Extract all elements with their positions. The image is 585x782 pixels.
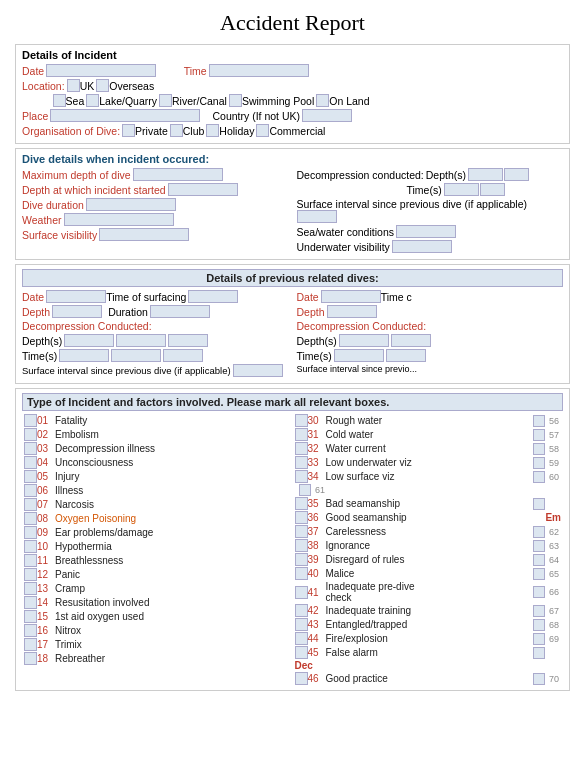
dive-duration-input[interactable]: [86, 198, 176, 211]
factor-checkbox[interactable]: [295, 539, 308, 552]
factor-checkbox[interactable]: [24, 624, 37, 637]
surface-interval-input[interactable]: [297, 210, 337, 223]
prev2-depth-label: Depth: [297, 306, 325, 318]
prev2-times-s2-input[interactable]: [386, 349, 426, 362]
land-checkbox[interactable]: [316, 94, 329, 107]
factor-checkbox-right[interactable]: [533, 526, 545, 538]
prev-depths-s3-input[interactable]: [168, 334, 208, 347]
river-checkbox[interactable]: [159, 94, 172, 107]
factor-checkbox[interactable]: [295, 604, 308, 617]
weather-input[interactable]: [64, 213, 174, 226]
factor-checkbox[interactable]: [295, 586, 308, 599]
factor-checkbox[interactable]: [295, 428, 308, 441]
overseas-checkbox[interactable]: [96, 79, 109, 92]
pool-checkbox[interactable]: [229, 94, 242, 107]
prev2-times-s-input[interactable]: [334, 349, 384, 362]
factor-checkbox-right[interactable]: [533, 415, 545, 427]
factor-checkbox[interactable]: [295, 553, 308, 566]
factor-checkbox[interactable]: [24, 638, 37, 651]
factor-checkbox[interactable]: [295, 632, 308, 645]
prev2-depths-s-input[interactable]: [339, 334, 389, 347]
time-input[interactable]: [209, 64, 309, 77]
factor-number: 32: [308, 443, 326, 454]
factor-checkbox[interactable]: [24, 470, 37, 483]
details-incident-title: Details of Incident: [22, 49, 563, 61]
factor-checkbox[interactable]: [24, 512, 37, 525]
factor-checkbox-right[interactable]: [533, 457, 545, 469]
factor-checkbox-right[interactable]: [533, 443, 545, 455]
depth-incident-input[interactable]: [168, 183, 238, 196]
factor-checkbox[interactable]: [24, 428, 37, 441]
factor-checkbox[interactable]: [24, 652, 37, 665]
prev-surface-interval-input[interactable]: [233, 364, 283, 377]
place-input[interactable]: [50, 109, 200, 122]
factor-checkbox[interactable]: [295, 618, 308, 631]
factor-checkbox[interactable]: [24, 568, 37, 581]
date-input[interactable]: [46, 64, 156, 77]
factor-checkbox[interactable]: [24, 414, 37, 427]
factor-checkbox[interactable]: [24, 456, 37, 469]
factor-checkbox[interactable]: [295, 442, 308, 455]
country-input[interactable]: [302, 109, 352, 122]
factor-checkbox-right[interactable]: [533, 498, 545, 510]
decomp-depths2-input[interactable]: [504, 168, 529, 181]
factor-checkbox-right[interactable]: [533, 554, 545, 566]
factor-checkbox-right[interactable]: [533, 540, 545, 552]
factor-checkbox[interactable]: [295, 456, 308, 469]
commercial-checkbox[interactable]: [256, 124, 269, 137]
factor-checkbox-right[interactable]: [533, 471, 545, 483]
factor-checkbox-right[interactable]: [299, 484, 311, 496]
prev-times-s3-input[interactable]: [163, 349, 203, 362]
factor-checkbox[interactable]: [24, 484, 37, 497]
factor-checkbox[interactable]: [24, 526, 37, 539]
factor-checkbox[interactable]: [295, 646, 308, 659]
factor-checkbox[interactable]: [24, 582, 37, 595]
sea-checkbox[interactable]: [53, 94, 66, 107]
lake-checkbox[interactable]: [86, 94, 99, 107]
factor-checkbox[interactable]: [24, 540, 37, 553]
club-checkbox[interactable]: [170, 124, 183, 137]
factor-checkbox-right[interactable]: [533, 586, 545, 598]
list-item: Dec: [293, 660, 564, 671]
prev2-depths-s2-input[interactable]: [391, 334, 431, 347]
factor-checkbox-right[interactable]: [533, 619, 545, 631]
prev2-date-input[interactable]: [321, 290, 381, 303]
factor-checkbox[interactable]: [24, 596, 37, 609]
factor-checkbox-right[interactable]: [533, 673, 545, 685]
underwater-vis-input[interactable]: [392, 240, 452, 253]
factor-checkbox[interactable]: [295, 497, 308, 510]
prev-times-s-input[interactable]: [59, 349, 109, 362]
factor-checkbox-right[interactable]: [533, 605, 545, 617]
prev-time-surface-input[interactable]: [188, 290, 238, 303]
factor-checkbox[interactable]: [295, 672, 308, 685]
uk-checkbox[interactable]: [67, 79, 80, 92]
prev-depth-input[interactable]: [52, 305, 102, 318]
factor-checkbox[interactable]: [24, 442, 37, 455]
decomp-depths-input[interactable]: [468, 168, 503, 181]
holiday-checkbox[interactable]: [206, 124, 219, 137]
factor-checkbox[interactable]: [24, 498, 37, 511]
prev-depths-s-input[interactable]: [64, 334, 114, 347]
factor-checkbox[interactable]: [295, 414, 308, 427]
factor-checkbox[interactable]: [295, 470, 308, 483]
prev-duration-input[interactable]: [150, 305, 210, 318]
factor-checkbox-right[interactable]: [533, 429, 545, 441]
factor-checkbox-right[interactable]: [533, 568, 545, 580]
surface-vis-input[interactable]: [99, 228, 189, 241]
factor-checkbox[interactable]: [295, 511, 308, 524]
factor-checkbox[interactable]: [24, 610, 37, 623]
decomp-times-input[interactable]: [444, 183, 479, 196]
prev-depths-s2-input[interactable]: [116, 334, 166, 347]
prev2-depth-input[interactable]: [327, 305, 377, 318]
prev-times-s2-input[interactable]: [111, 349, 161, 362]
sea-water-input[interactable]: [396, 225, 456, 238]
decomp-times2-input[interactable]: [480, 183, 505, 196]
factor-checkbox-right[interactable]: [533, 633, 545, 645]
private-checkbox[interactable]: [122, 124, 135, 137]
max-depth-input[interactable]: [133, 168, 223, 181]
prev-date-input[interactable]: [46, 290, 106, 303]
factor-checkbox-right[interactable]: [533, 647, 545, 659]
factor-checkbox[interactable]: [24, 554, 37, 567]
factor-checkbox[interactable]: [295, 525, 308, 538]
factor-checkbox[interactable]: [295, 567, 308, 580]
